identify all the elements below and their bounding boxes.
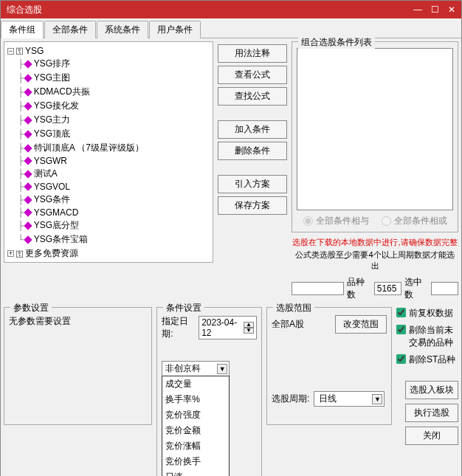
selected-count-label: 选中数 (404, 276, 429, 301)
tree-item[interactable]: ├YSG主图 (7, 71, 210, 85)
params-group: 参数设置 无参数需要设置 (4, 307, 152, 425)
maximize-icon[interactable]: ☐ (431, 4, 439, 15)
diamond-icon (24, 116, 32, 124)
key-icon: ⚿ (15, 249, 24, 258)
tree-root-ysg[interactable]: − ⚿ YSG (7, 45, 210, 57)
tree-item[interactable]: ├KDMACD共振 (7, 85, 210, 99)
date-input[interactable]: 2023-04-12 ▲ ▼ (199, 316, 257, 339)
warning-text-2: 公式类选股至少需要4个以上周期数据才能选出 (292, 249, 458, 272)
options-checks: 前复权数据 剔除当前未交易的品种 剔除ST品种 选股入板块 执行选股 关闭 (396, 307, 458, 476)
no-params-text: 无参数需要设置 (9, 315, 147, 328)
radio-and[interactable]: 全部条件相与 (303, 215, 369, 227)
window-title: 综合选股 (7, 4, 42, 16)
close-button[interactable]: 关闭 (405, 427, 458, 445)
dropdown-option[interactable]: 日涨 (162, 469, 229, 476)
tree-item[interactable]: ├特训顶底A （7级星评级版） (7, 141, 210, 155)
minimize-icon[interactable]: — (413, 4, 422, 15)
diamond-icon (24, 60, 32, 68)
tree-item[interactable]: ├YSG接化发 (7, 99, 210, 113)
tree-item[interactable]: ├YSG底分型 (7, 218, 210, 232)
diamond-icon (24, 144, 32, 152)
action-button-column: 用法注释 查看公式 查找公式 加入条件 删除条件 引入方案 保存方案 (218, 41, 287, 301)
diamond-icon (24, 156, 32, 165)
combo-condition-group: 组合选股条件列表 全部条件相与 全部条件相或 (292, 41, 458, 232)
field-dropdown-list[interactable]: 成交量 换手率% 竞价强度 竞价金额 竞价涨幅 竞价换手 日涨 周涨 月涨 市场… (162, 376, 230, 476)
tree-root-more[interactable]: + ⚿ 更多免费资源 (7, 246, 210, 261)
window-controls: — ☐ ✕ (413, 4, 455, 15)
group-legend: 条件设置 (163, 302, 204, 314)
dropdown-option[interactable]: 竞价换手 (162, 454, 229, 469)
tab-all-conditions[interactable]: 全部条件 (44, 21, 96, 38)
select-into-block-button[interactable]: 选股入板块 (405, 381, 458, 399)
selected-count-value (431, 282, 458, 295)
tab-condition-group[interactable]: 条件组 (1, 21, 44, 38)
diamond-icon (24, 182, 32, 190)
group-legend: 组合选股条件列表 (298, 36, 375, 49)
group-legend: 参数设置 (10, 302, 52, 314)
dropdown-option[interactable]: 换手率% (162, 392, 229, 407)
run-selection-button[interactable]: 执行选股 (405, 404, 458, 422)
condition-settings-group: 条件设置 指定日期: 2023-04-12 ▲ ▼ 非创京科 ▼ 成交量 换 (156, 307, 262, 476)
diamond-icon (24, 74, 32, 82)
tree-item[interactable]: ├YSGMACD (7, 207, 210, 218)
view-formula-button[interactable]: 查看公式 (218, 66, 287, 84)
key-icon: ⚿ (15, 46, 24, 55)
tree-item[interactable]: ├YSG条件 (7, 193, 210, 207)
chevron-down-icon[interactable]: ▼ (217, 364, 227, 374)
tab-user-conditions[interactable]: 用户条件 (149, 21, 201, 38)
tab-system-conditions[interactable]: 系统条件 (97, 21, 148, 38)
chevron-down-icon[interactable]: ▼ (372, 394, 382, 404)
group-legend: 选股范围 (273, 302, 314, 314)
tree-item[interactable]: ├YSGWR (7, 155, 210, 167)
titlebar: 综合选股 — ☐ ✕ (1, 1, 461, 18)
check-exclude-nontrading[interactable]: 剔除当前未交易的品种 (396, 324, 458, 349)
delete-condition-button[interactable]: 删除条件 (218, 142, 287, 160)
blank-field[interactable] (292, 282, 344, 295)
save-plan-button[interactable]: 保存方案 (218, 196, 287, 215)
condition-tree[interactable]: − ⚿ YSG ├YSG排序 ├YSG主图 ├KDMACD共振 ├YSG接化发 … (4, 41, 213, 263)
radio-or[interactable]: 全部条件相或 (382, 215, 447, 227)
tree-item[interactable]: ├YSG顶底 (7, 127, 210, 141)
warning-text-1: 选股在下载的本地数据中进行,请确保数据完整 (292, 237, 458, 248)
check-exclude-st[interactable]: 剔除ST品种 (396, 353, 458, 366)
dropdown-option[interactable]: 竞价涨幅 (162, 438, 229, 454)
diamond-icon (24, 221, 32, 230)
expand-icon[interactable]: + (7, 250, 14, 257)
stock-selector-window: 综合选股 — ☐ ✕ 条件组 全部条件 系统条件 用户条件 − ⚿ YSG ├Y… (0, 0, 462, 476)
combo-condition-list[interactable] (297, 48, 453, 210)
find-formula-button[interactable]: 查找公式 (218, 87, 287, 106)
date-down-icon[interactable]: ▼ (244, 328, 254, 334)
diamond-icon (24, 235, 32, 244)
add-condition-button[interactable]: 加入条件 (218, 120, 287, 139)
diamond-icon (24, 88, 32, 96)
tree-item[interactable]: ├YSG排序 (7, 57, 210, 71)
usage-notes-button[interactable]: 用法注释 (218, 44, 287, 63)
period-combo[interactable]: 日线 ▼ (314, 391, 385, 407)
change-scope-button[interactable]: 改变范围 (335, 315, 387, 334)
dropdown-option[interactable]: 竞价金额 (162, 423, 229, 438)
diamond-icon (24, 208, 32, 216)
diamond-icon (24, 102, 32, 110)
tree-item[interactable]: ├YSGVOL (7, 181, 210, 193)
collapse-icon[interactable]: − (7, 48, 14, 55)
tree-item[interactable]: ├测试A (7, 167, 210, 181)
close-icon[interactable]: ✕ (448, 4, 455, 15)
scope-group: 选股范围 全部A股 改变范围 选股周期: 日线 ▼ (266, 307, 392, 425)
field-combo[interactable]: 非创京科 ▼ (162, 361, 230, 376)
dropdown-option[interactable]: 竞价强度 (162, 407, 229, 423)
variety-count-value: 5165 (374, 282, 401, 295)
period-label: 选股周期: (272, 393, 309, 405)
date-label: 指定日期: (162, 315, 196, 340)
check-forward-adjust[interactable]: 前复权数据 (396, 307, 458, 320)
tree-item[interactable]: └YSG条件宝箱 (7, 232, 210, 246)
tree-item[interactable]: ├YSG主力 (7, 113, 210, 127)
diamond-icon (24, 130, 32, 138)
dropdown-option[interactable]: 成交量 (162, 376, 229, 392)
tab-bar: 条件组 全部条件 系统条件 用户条件 (1, 18, 461, 38)
variety-count-label: 品种数 (347, 276, 371, 301)
diamond-icon (24, 170, 32, 178)
all-a-stocks-label: 全部A股 (272, 318, 304, 331)
import-plan-button[interactable]: 引入方案 (218, 175, 287, 193)
diamond-icon (24, 196, 32, 204)
